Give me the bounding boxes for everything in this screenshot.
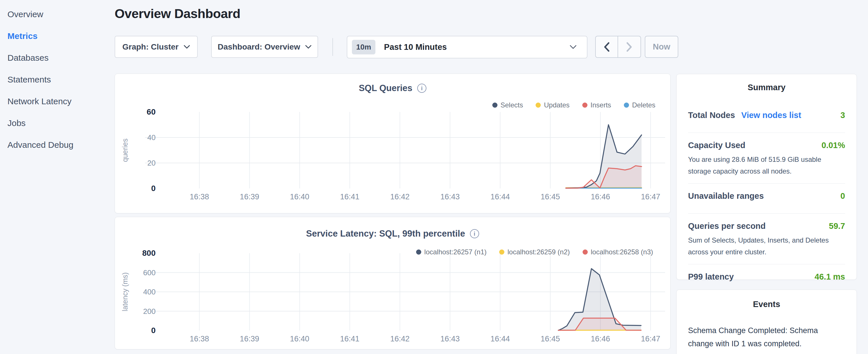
total-nodes-value: 3 <box>840 110 845 120</box>
chevron-down-icon <box>570 45 577 49</box>
svg-text:600: 600 <box>143 268 156 277</box>
legend-label: Updates <box>544 101 569 109</box>
sidebar-item-advanced-debug[interactable]: Advanced Debug <box>0 134 109 156</box>
svg-text:400: 400 <box>143 288 156 296</box>
info-icon[interactable]: i <box>470 229 479 238</box>
summary-row-capacity-used: Capacity Used 0.01% <box>688 141 845 150</box>
legend-label: localhost:26257 (n1) <box>425 248 487 256</box>
time-next-button[interactable] <box>618 36 641 57</box>
legend-dot-icon <box>582 102 587 108</box>
svg-text:20: 20 <box>147 159 156 167</box>
events-panel: Events Schema Change Completed: Schema c… <box>676 290 857 354</box>
legend-label: Deletes <box>632 101 655 109</box>
legend-label: localhost:26259 (n2) <box>507 248 570 256</box>
legend-label: Inserts <box>591 101 611 109</box>
divider <box>688 213 845 214</box>
svg-text:60: 60 <box>147 107 156 116</box>
svg-text:16:47: 16:47 <box>641 334 660 343</box>
service-latency-card: Service Latency: SQL, 99th percentile i … <box>115 217 671 349</box>
summary-title: Summary <box>688 83 845 92</box>
legend-label: localhost:26258 (n3) <box>591 248 653 256</box>
summary-row-p99-latency: P99 latency 46.1 ms <box>688 272 845 282</box>
svg-text:16:40: 16:40 <box>290 334 309 343</box>
legend-dot-icon <box>499 250 504 255</box>
svg-text:16:39: 16:39 <box>240 334 259 343</box>
svg-text:16:45: 16:45 <box>541 334 560 343</box>
chart-title-sql-queries: SQL Queries <box>359 83 412 93</box>
time-range-label: Past 10 Minutes <box>384 42 447 52</box>
legend-item: localhost:26259 (n2) <box>499 248 570 256</box>
legend-item: localhost:26257 (n1) <box>416 248 487 256</box>
chevron-right-icon <box>626 42 632 52</box>
chevron-left-icon <box>603 42 610 52</box>
svg-text:16:40: 16:40 <box>290 192 309 201</box>
capacity-used-label: Capacity Used <box>688 141 745 150</box>
svg-text:16:38: 16:38 <box>190 192 209 201</box>
info-icon[interactable]: i <box>417 84 426 93</box>
svg-text:16:45: 16:45 <box>541 192 560 201</box>
svg-text:16:46: 16:46 <box>591 192 610 201</box>
chevron-down-icon <box>305 45 311 49</box>
svg-text:latency (ms): latency (ms) <box>121 272 129 311</box>
graph-dropdown-label: Graph: Cluster <box>122 42 179 52</box>
svg-text:16:38: 16:38 <box>190 334 209 343</box>
divider <box>688 183 845 184</box>
view-nodes-list-link[interactable]: View nodes list <box>741 110 801 120</box>
divider <box>688 264 845 264</box>
svg-text:0: 0 <box>151 326 156 335</box>
svg-text:16:47: 16:47 <box>641 192 660 201</box>
event-item-text: Schema Change Completed: Schema change w… <box>688 324 845 350</box>
unavailable-ranges-label: Unavailable ranges <box>688 191 764 201</box>
svg-text:16:41: 16:41 <box>340 192 360 201</box>
service-latency-legend: localhost:26257 (n1)localhost:26259 (n2)… <box>416 248 653 256</box>
legend-label: Selects <box>501 101 523 109</box>
summary-row-total-nodes: Total Nodes View nodes list 3 <box>688 110 845 120</box>
legend-item: Updates <box>535 101 569 109</box>
legend-dot-icon <box>492 102 497 108</box>
toolbar-divider <box>333 38 333 56</box>
legend-dot-icon <box>535 102 541 108</box>
legend-dot-icon <box>583 250 588 255</box>
dashboard-dropdown-label: Dashboard: Overview <box>218 42 300 52</box>
capacity-used-description: You are using 28.6 MiB of 515.9 GiB usab… <box>688 154 845 177</box>
svg-text:16:43: 16:43 <box>440 192 460 201</box>
unavailable-ranges-value: 0 <box>840 191 845 201</box>
summary-panel: Summary Total Nodes View nodes list 3 Ca… <box>676 74 857 280</box>
p99-latency-value: 46.1 ms <box>815 272 845 282</box>
svg-text:800: 800 <box>142 249 156 257</box>
sql-queries-legend: SelectsUpdatesInsertsDeletes <box>492 101 656 109</box>
chart-title-service-latency: Service Latency: SQL, 99th percentile <box>306 229 465 239</box>
page-title: Overview Dashboard <box>115 6 241 21</box>
summary-row-qps: Queries per second 59.7 <box>688 221 845 231</box>
events-title: Events <box>688 299 845 309</box>
time-nav-group <box>595 36 641 58</box>
svg-text:200: 200 <box>143 307 156 316</box>
svg-text:16:46: 16:46 <box>591 334 610 343</box>
time-range-selector[interactable]: 10m Past 10 Minutes <box>347 36 587 58</box>
event-item-time: May 13, 2020 at 4:45 PM <box>688 353 845 354</box>
svg-text:40: 40 <box>147 133 156 142</box>
sidebar-item-jobs[interactable]: Jobs <box>0 112 109 134</box>
svg-text:16:43: 16:43 <box>440 334 460 343</box>
time-range-badge: 10m <box>352 40 375 55</box>
sidebar-item-overview[interactable]: Overview <box>0 3 109 25</box>
time-prev-button[interactable] <box>596 36 618 57</box>
sidebar-item-network-latency[interactable]: Network Latency <box>0 91 109 112</box>
sql-queries-chart[interactable]: 16:3816:3916:4016:4116:4216:4316:4416:45… <box>115 74 671 214</box>
chevron-down-icon <box>184 45 190 49</box>
dashboard-dropdown[interactable]: Dashboard: Overview <box>211 36 318 58</box>
sidebar: Overview Metrics Databases Statements Ne… <box>0 3 109 156</box>
svg-text:16:42: 16:42 <box>390 334 410 343</box>
now-button[interactable]: Now <box>645 36 678 58</box>
qps-description: Sum of Selects, Updates, Inserts, and De… <box>688 234 845 258</box>
svg-text:queries: queries <box>121 139 129 162</box>
qps-label: Queries per second <box>688 221 766 231</box>
sidebar-item-statements[interactable]: Statements <box>0 69 109 91</box>
summary-row-unavailable-ranges: Unavailable ranges 0 <box>688 191 845 201</box>
svg-text:16:42: 16:42 <box>390 192 410 201</box>
p99-latency-label: P99 latency <box>688 272 734 282</box>
toolbar: Graph: Cluster Dashboard: Overview 10m P… <box>0 36 868 58</box>
legend-item: Selects <box>492 101 523 109</box>
total-nodes-label: Total Nodes <box>688 110 735 120</box>
graph-dropdown[interactable]: Graph: Cluster <box>115 36 198 58</box>
